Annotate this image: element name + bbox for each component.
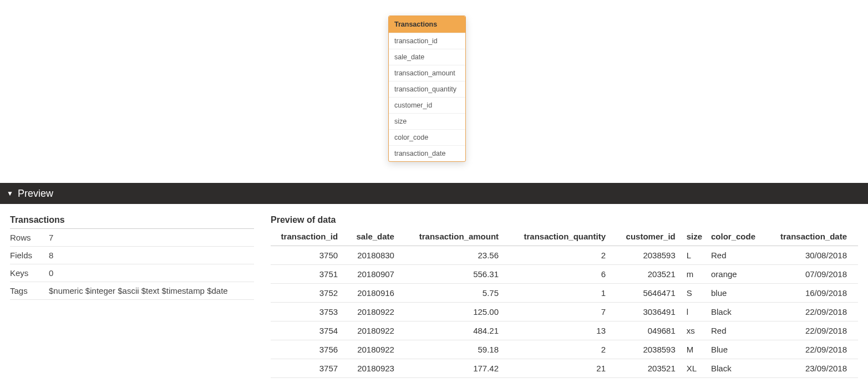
- table-cell: S: [687, 284, 711, 303]
- preview-panel-title: Preview: [18, 188, 53, 200]
- table-cell: 5.75: [405, 284, 510, 303]
- meta-label: Fields: [10, 251, 49, 260]
- table-cell: 203521: [617, 359, 687, 378]
- column-header[interactable]: customer_id: [617, 228, 687, 246]
- table-cell: Red: [711, 246, 769, 265]
- table-cell: blue: [711, 284, 769, 303]
- column-header[interactable]: transaction_amount: [405, 228, 510, 246]
- table-cell: Red: [711, 321, 769, 340]
- meta-label: Tags: [10, 286, 49, 295]
- table-card-field[interactable]: transaction_date: [389, 145, 465, 161]
- table-cell: 6: [510, 265, 617, 284]
- table-row[interactable]: 375120180907556.316203521morange07/09/20…: [271, 265, 858, 284]
- table-row[interactable]: 375420180922484.2113049681xsRed22/09/201…: [271, 321, 858, 340]
- meta-row-rows: Rows 7: [10, 229, 254, 247]
- table-cell: m: [687, 265, 711, 284]
- table-cell: 5646471: [617, 284, 687, 303]
- meta-value: $numeric $integer $ascii $text $timestam…: [49, 286, 254, 295]
- table-row[interactable]: 37502018083023.5622038593LRed30/08/2018: [271, 246, 858, 265]
- table-cell: 21: [510, 359, 617, 378]
- column-header[interactable]: size: [687, 228, 711, 246]
- table-cell: xs: [687, 321, 711, 340]
- table-cell: 2038593: [617, 246, 687, 265]
- meta-panel: Transactions Rows 7 Fields 8 Keys 0 Tags…: [10, 215, 254, 378]
- table-cell: 2038593: [617, 340, 687, 359]
- table-cell: 30/08/2018: [769, 246, 858, 265]
- table-cell: 3757: [271, 359, 349, 378]
- meta-value: 0: [49, 268, 254, 278]
- table-cell: 2: [510, 340, 617, 359]
- table-cell: Black: [711, 303, 769, 321]
- table-card-field[interactable]: size: [389, 113, 465, 129]
- table-cell: 7: [510, 303, 617, 321]
- table-cell: 59.18: [405, 340, 510, 359]
- table-cell: 20180916: [349, 284, 405, 303]
- table-card-field[interactable]: color_code: [389, 129, 465, 145]
- meta-row-keys: Keys 0: [10, 264, 254, 282]
- table-cell: 2: [510, 246, 617, 265]
- table-row[interactable]: 375320180922125.0073036491lBlack22/09/20…: [271, 303, 858, 321]
- table-cell: 23/09/2018: [769, 359, 858, 378]
- meta-label: Rows: [10, 233, 49, 242]
- table-cell: 3754: [271, 321, 349, 340]
- table-cell: 1: [510, 284, 617, 303]
- table-row[interactable]: 3752201809165.7515646471Sblue16/09/2018: [271, 284, 858, 303]
- table-cell: 20180907: [349, 265, 405, 284]
- table-cell: M: [687, 340, 711, 359]
- model-canvas[interactable]: Transactions transaction_idsale_datetran…: [0, 0, 868, 183]
- table-cell: 22/09/2018: [769, 340, 858, 359]
- table-row[interactable]: 37562018092259.1822038593MBlue22/09/2018: [271, 340, 858, 359]
- table-cell: 20180830: [349, 246, 405, 265]
- table-card-field[interactable]: transaction_id: [389, 33, 465, 49]
- table-cell: 20180923: [349, 359, 405, 378]
- table-card-header[interactable]: Transactions: [389, 16, 465, 33]
- data-preview-title: Preview of data: [271, 215, 858, 225]
- meta-value: 7: [49, 233, 254, 242]
- table-row[interactable]: 375720180923177.4221203521XLBlack23/09/2…: [271, 359, 858, 378]
- table-cell: 22/09/2018: [769, 303, 858, 321]
- table-cell: 203521: [617, 265, 687, 284]
- table-cell: 20180922: [349, 321, 405, 340]
- table-cell: Black: [711, 359, 769, 378]
- table-cell: 22/09/2018: [769, 321, 858, 340]
- meta-label: Keys: [10, 268, 49, 278]
- table-cell: l: [687, 303, 711, 321]
- table-card-field[interactable]: customer_id: [389, 97, 465, 113]
- table-cell: Blue: [711, 340, 769, 359]
- column-header[interactable]: transaction_quantity: [510, 228, 617, 246]
- table-cell: orange: [711, 265, 769, 284]
- table-cell: 049681: [617, 321, 687, 340]
- column-header[interactable]: transaction_id: [271, 228, 349, 246]
- table-card-field[interactable]: sale_date: [389, 49, 465, 65]
- meta-title: Transactions: [10, 215, 254, 229]
- table-cell: 13: [510, 321, 617, 340]
- column-header[interactable]: transaction_date: [769, 228, 858, 246]
- table-cell: 556.31: [405, 265, 510, 284]
- meta-value: 8: [49, 251, 254, 260]
- table-cell: XL: [687, 359, 711, 378]
- data-preview-panel: Preview of data transaction_idsale_datet…: [271, 215, 858, 378]
- caret-down-icon: ▼: [7, 190, 13, 197]
- table-cell: 07/09/2018: [769, 265, 858, 284]
- table-cell: 20180922: [349, 303, 405, 321]
- table-cell: 484.21: [405, 321, 510, 340]
- table-cell: 3756: [271, 340, 349, 359]
- table-cell: 16/09/2018: [769, 284, 858, 303]
- preview-panel-header[interactable]: ▼ Preview: [0, 183, 868, 204]
- table-cell: 3751: [271, 265, 349, 284]
- table-cell: 125.00: [405, 303, 510, 321]
- table-cell: 3036491: [617, 303, 687, 321]
- preview-panel-body: Transactions Rows 7 Fields 8 Keys 0 Tags…: [0, 204, 868, 383]
- table-card-field[interactable]: transaction_quantity: [389, 81, 465, 97]
- table-cell: L: [687, 246, 711, 265]
- table-cell: 3752: [271, 284, 349, 303]
- table-cell: 177.42: [405, 359, 510, 378]
- table-card-transactions[interactable]: Transactions transaction_idsale_datetran…: [388, 16, 466, 162]
- meta-row-fields: Fields 8: [10, 247, 254, 264]
- data-preview-table: transaction_idsale_datetransaction_amoun…: [271, 228, 858, 378]
- column-header[interactable]: color_code: [711, 228, 769, 246]
- table-cell: 3753: [271, 303, 349, 321]
- table-card-field[interactable]: transaction_amount: [389, 65, 465, 81]
- table-cell: 20180922: [349, 340, 405, 359]
- column-header[interactable]: sale_date: [349, 228, 405, 246]
